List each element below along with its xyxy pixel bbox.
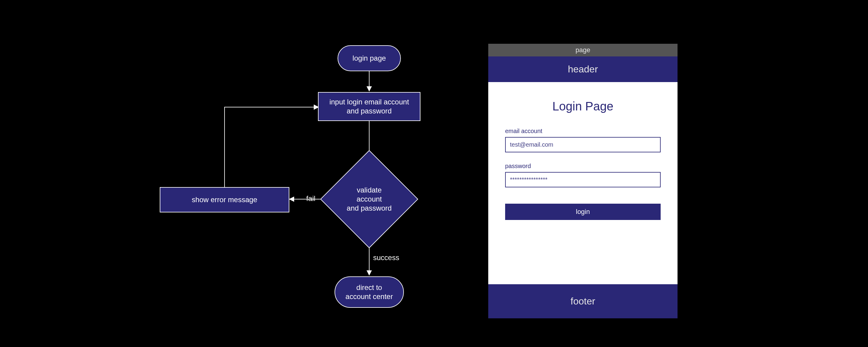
mock-page-tab: page	[488, 44, 678, 56]
email-label: email account	[505, 127, 661, 135]
mock-header: header	[488, 56, 678, 82]
mock-footer: footer	[488, 284, 678, 318]
flowchart-input-label: input login email account and password	[330, 97, 409, 116]
password-form-group: password	[505, 163, 661, 187]
flowchart-decision-label: validate account and password	[335, 165, 404, 234]
flowchart-error-label: show error message	[192, 195, 257, 204]
password-label: password	[505, 163, 661, 170]
mock-page-title: Login Page	[505, 99, 661, 113]
flowchart-start-label: login page	[352, 54, 386, 63]
flowchart-end-label: direct to account center	[345, 283, 393, 301]
mock-page-frame: page header Login Page email account pas…	[488, 44, 678, 318]
flowchart-end-node: direct to account center	[335, 277, 404, 308]
password-field[interactable]	[505, 172, 661, 187]
flowchart-decision-node: validate account and password	[335, 165, 404, 234]
flowchart: login page input login email account and…	[160, 39, 437, 335]
flowchart-input-node: input login email account and password	[318, 92, 421, 121]
flowchart-edge-success-label: success	[373, 254, 399, 262]
flowchart-error-node: show error message	[160, 187, 289, 212]
mock-content: Login Page email account password login	[488, 82, 678, 284]
login-button[interactable]: login	[505, 204, 661, 220]
email-form-group: email account	[505, 127, 661, 152]
flowchart-start-node: login page	[338, 45, 401, 71]
flowchart-edge-fail-label: fail	[306, 194, 315, 203]
email-field[interactable]	[505, 137, 661, 152]
